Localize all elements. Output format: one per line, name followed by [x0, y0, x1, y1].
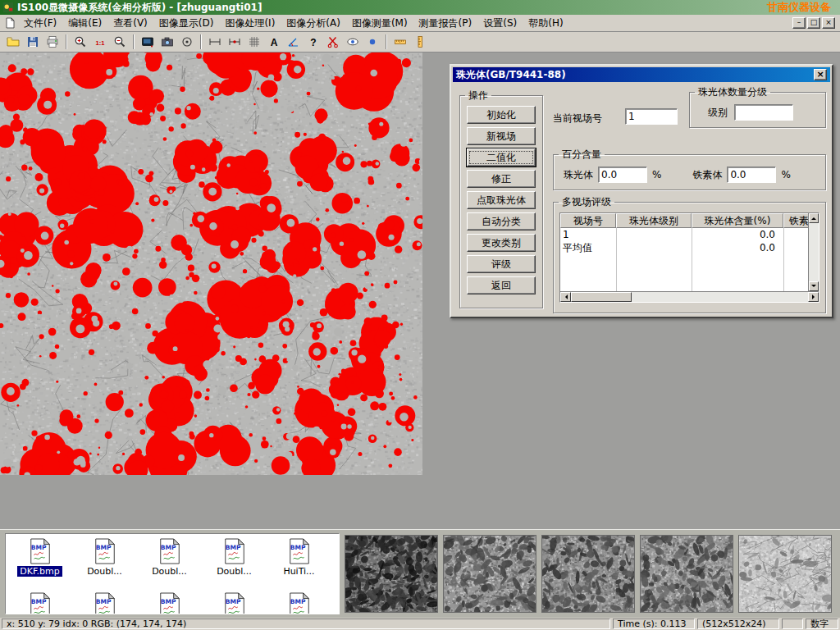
operation-button[interactable]: 更改类别 [467, 234, 536, 252]
bmp-file-icon: BMP [158, 592, 182, 614]
mdi-restore-button[interactable]: □ [807, 17, 820, 29]
ferrite-input[interactable] [727, 167, 776, 183]
operation-button[interactable]: 返回 [467, 276, 536, 294]
print-button[interactable] [43, 33, 62, 51]
mdi-close-button[interactable]: × [822, 17, 835, 29]
table-cell: 1 [560, 228, 616, 241]
camera-button[interactable] [158, 33, 177, 51]
file-item[interactable]: BMPDoubl... [137, 538, 202, 591]
file-item[interactable]: BMPDoubl... [202, 538, 267, 591]
table-row[interactable]: 平均值0.0 [560, 241, 808, 254]
vertical-scrollbar[interactable] [808, 213, 819, 291]
column-header[interactable]: 铁素 [783, 213, 808, 228]
current-field-input[interactable] [625, 108, 678, 125]
measure-mark-button[interactable] [225, 33, 244, 51]
mdi-minimize-button[interactable]: – [792, 17, 806, 29]
measure-line-button[interactable] [205, 33, 225, 51]
thumbnail-5[interactable] [738, 535, 832, 613]
zoom-out-button[interactable] [110, 33, 130, 51]
svg-text:?: ? [310, 37, 316, 48]
file-item[interactable]: BMP [7, 592, 72, 614]
ruler-icon [394, 35, 407, 48]
file-item[interactable]: BMPDKF.bmp [7, 538, 72, 591]
multi-field-group: 多视场评级 视场号珠光体级别珠光体含量(%)铁素 10.0平均值0.0 [553, 195, 826, 313]
operation-button[interactable]: 评级 [467, 255, 536, 273]
ruler-button[interactable] [390, 33, 410, 51]
vendor-watermark: 甘南仪器设备 [767, 0, 838, 15]
file-item[interactable]: BMPDoubl... [72, 538, 137, 591]
file-item[interactable]: BMP [267, 592, 331, 614]
menu-item[interactable]: 图像分析(A) [281, 15, 346, 32]
column-header[interactable]: 珠光体含量(%) [692, 213, 783, 228]
caliper-button[interactable] [410, 33, 430, 51]
open-button[interactable] [3, 33, 23, 51]
menu-item[interactable]: 图像处理(I) [219, 15, 281, 32]
menu-item[interactable]: 测量报告(P) [413, 15, 478, 32]
thumbnail-3[interactable] [541, 535, 635, 613]
scroll-up-button[interactable] [809, 213, 819, 223]
dialog-close-button[interactable]: × [814, 69, 827, 80]
file-item[interactable]: BMPHuiTi... [267, 538, 331, 591]
cut-icon [326, 35, 340, 48]
toolbar-separator [386, 34, 387, 49]
measure-grid-button[interactable] [244, 33, 264, 51]
level-input[interactable] [734, 104, 793, 121]
menu-item[interactable]: 查看(V) [107, 15, 153, 32]
file-item[interactable]: BMP [72, 592, 137, 614]
zoom-out-icon [113, 35, 126, 48]
menu-item[interactable]: 编辑(E) [62, 15, 107, 32]
scroll-thumb[interactable] [571, 292, 632, 302]
column-header[interactable]: 视场号 [560, 213, 616, 228]
pearlite-dialog: 珠光体(GB/T9441-88) × 操作 初始化新视场二值化修正点取珠光体自动… [450, 64, 833, 318]
document-icon[interactable] [4, 17, 16, 29]
thumbnail-1[interactable] [345, 535, 438, 613]
operation-button[interactable]: 点取珠光体 [467, 191, 536, 209]
scroll-right-button[interactable] [808, 292, 819, 302]
operation-button[interactable]: 初始化 [467, 106, 536, 124]
target-button[interactable] [177, 33, 197, 51]
status-mode: 数字 [806, 619, 838, 629]
save-button[interactable] [23, 33, 43, 51]
operation-button[interactable]: 自动分类 [467, 212, 536, 231]
text-annotation-button[interactable]: A [264, 33, 284, 51]
point-mark-button[interactable] [363, 33, 382, 51]
capture-button[interactable] [138, 33, 158, 51]
dialog-title-bar[interactable]: 珠光体(GB/T9441-88) × [453, 67, 830, 82]
cut-button[interactable] [323, 33, 343, 51]
help-button[interactable]: ? [304, 33, 323, 51]
angle-measure-button[interactable] [284, 33, 304, 51]
menu-item[interactable]: 帮助(H) [523, 15, 568, 32]
actual-size-button[interactable]: 1:1 [90, 33, 110, 51]
zoom-in-button[interactable] [71, 33, 90, 51]
svg-text:BMP: BMP [225, 544, 240, 551]
operation-button[interactable]: 二值化 [467, 148, 536, 167]
menu-item[interactable]: 文件(F) [18, 15, 62, 32]
column-header[interactable]: 珠光体级别 [616, 213, 692, 228]
bmp-file-icon: BMP [158, 538, 182, 564]
menu-item[interactable]: 设置(S) [477, 15, 523, 32]
menu-items: 文件(F)编辑(E)查看(V)图像显示(D)图像处理(I)图像分析(A)图像测量… [18, 15, 569, 32]
file-item[interactable]: BMP [137, 592, 202, 614]
horizontal-scrollbar[interactable] [560, 291, 819, 302]
caliper-icon [413, 35, 427, 48]
scroll-down-button[interactable] [809, 281, 819, 291]
target-icon [180, 35, 194, 48]
scroll-left-button[interactable] [560, 292, 571, 302]
table-row[interactable]: 10.0 [560, 228, 808, 241]
thumbnail-4[interactable] [640, 535, 733, 613]
thumbnail-2[interactable] [443, 535, 536, 613]
image-canvas[interactable] [0, 52, 422, 475]
operation-button[interactable]: 修正 [467, 170, 536, 188]
pearlite-input[interactable] [598, 167, 647, 183]
app-icon[interactable] [2, 2, 14, 13]
file-item[interactable]: BMP [202, 592, 267, 614]
operation-button[interactable]: 新视场 [467, 127, 536, 145]
status-time: Time (s): 0.113 [613, 619, 695, 629]
bmp-file-icon: BMP [287, 592, 312, 614]
menu-item[interactable]: 图像测量(M) [346, 15, 413, 32]
measure-grid-icon [248, 35, 261, 48]
table-cell [616, 228, 692, 241]
menu-item[interactable]: 图像显示(D) [153, 15, 220, 32]
eye-button[interactable] [343, 33, 363, 51]
title-bar[interactable]: IS100显微摄像系统(金相分析版) - [zhuguangti01] 甘南仪器… [0, 0, 840, 15]
